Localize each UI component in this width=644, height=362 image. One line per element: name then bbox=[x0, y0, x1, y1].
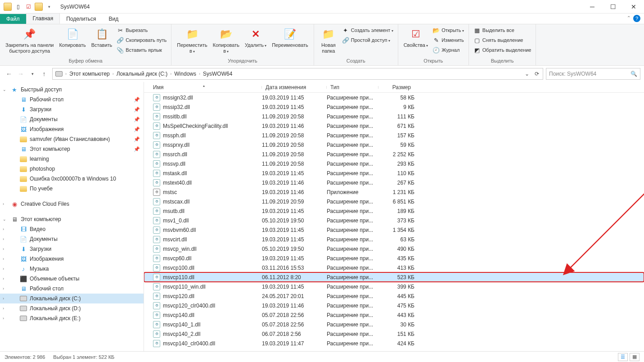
sidebar-item[interactable]: ›🖥Рабочий стол bbox=[0, 284, 144, 294]
sidebar-item[interactable]: ›Локальный диск (D:) bbox=[0, 303, 144, 313]
move-to-button[interactable]: 📁Переместить в bbox=[174, 25, 210, 55]
sidebar-item[interactable]: 🖥Рабочий стол📌 bbox=[0, 95, 144, 104]
file-row[interactable]: ⚙msvcp120_clr0400.dll19.03.2019 11:46Рас… bbox=[144, 301, 644, 310]
file-row[interactable]: ⚙msvcp140_clr0400.dll19.03.2019 11:47Рас… bbox=[144, 339, 644, 348]
sidebar-item[interactable]: photoshop bbox=[0, 164, 144, 174]
navigation-pane[interactable]: ⌄★Быстрый доступ 🖥Рабочий стол📌⬇Загрузки… bbox=[0, 82, 144, 351]
address-bar[interactable]: › Этот компьютер› Локальный диск (C:)› W… bbox=[52, 68, 543, 80]
tab-home[interactable]: Главная bbox=[26, 13, 60, 24]
sidebar-item[interactable]: 🖥Этот компьютер📌 bbox=[0, 144, 144, 154]
file-row[interactable]: ⚙mstsc19.03.2019 11:46Приложение1 231 КБ bbox=[144, 187, 644, 197]
forward-button[interactable]: → bbox=[15, 68, 26, 79]
copy-button[interactable]: 📄Копировать bbox=[56, 25, 88, 50]
sidebar-item[interactable]: samvufer (Иван Станиславович)📌 bbox=[0, 134, 144, 144]
file-row[interactable]: ⚙mstask.dll19.03.2019 11:45Расширение пр… bbox=[144, 168, 644, 178]
new-item-button[interactable]: ✦Создать элемент bbox=[340, 25, 395, 35]
sidebar-item[interactable]: ›🎞Видео bbox=[0, 224, 144, 234]
file-row[interactable]: ⚙mssign32.dll19.03.2019 11:45Расширение … bbox=[144, 93, 644, 102]
breadcrumb-drive-c[interactable]: Локальный диск (C:) bbox=[115, 71, 170, 77]
search-input[interactable]: Поиск: SysWOW64 🔍 bbox=[546, 68, 640, 80]
sidebar-this-pc[interactable]: ⌄🖥Этот компьютер bbox=[0, 214, 144, 224]
file-row[interactable]: ⚙msvcp60.dll19.03.2019 11:45Расширение п… bbox=[144, 253, 644, 263]
up-button[interactable]: ↑ bbox=[39, 68, 50, 79]
file-row[interactable]: ⚙mssrch.dll11.09.2019 20:58Расширение пр… bbox=[144, 149, 644, 159]
close-button[interactable]: ✕ bbox=[623, 0, 644, 14]
history-button[interactable]: 🕘Журнал bbox=[431, 45, 466, 55]
sidebar-item[interactable]: ›Локальный диск (E:) bbox=[0, 313, 144, 323]
sidebar-item[interactable]: 📄Документы📌 bbox=[0, 114, 144, 124]
file-row[interactable]: ⚙msvcp_win.dll05.10.2019 19:50Расширение… bbox=[144, 244, 644, 253]
file-row[interactable]: ⚙msv1_0.dll05.10.2019 19:50Расширение пр… bbox=[144, 216, 644, 225]
paste-shortcut-button[interactable]: 📎Вставить ярлык bbox=[115, 45, 168, 55]
rename-button[interactable]: 📝Переименовать bbox=[269, 25, 311, 50]
sidebar-item[interactable]: ›🖼Изображения bbox=[0, 254, 144, 264]
addr-dropdown-icon[interactable]: ⌄ bbox=[522, 69, 532, 79]
breadcrumb-syswow64[interactable]: SysWOW64 bbox=[201, 71, 234, 77]
sidebar-item[interactable]: learning bbox=[0, 154, 144, 164]
minimize-button[interactable]: ─ bbox=[582, 0, 603, 14]
open-button[interactable]: 📂Открыть bbox=[431, 25, 466, 35]
file-row[interactable]: ⚙msvcp120.dll24.05.2017 20:01Расширение … bbox=[144, 291, 644, 301]
file-row[interactable]: ⚙MsSpellCheckingFacility.dll19.03.2019 1… bbox=[144, 121, 644, 131]
file-row[interactable]: ⚙mssvp.dll11.09.2019 20:58Расширение при… bbox=[144, 159, 644, 168]
file-row[interactable]: ⚙msvcp110_win.dll19.03.2019 11:45Расшире… bbox=[144, 282, 644, 291]
file-row[interactable]: ⚙msvcp100.dll03.11.2016 15:53Расширение … bbox=[144, 263, 644, 272]
sidebar-item[interactable]: ›♪Музыка bbox=[0, 264, 144, 274]
qat-properties-icon[interactable]: ▯ bbox=[13, 2, 23, 12]
tab-view[interactable]: Вид bbox=[102, 14, 125, 24]
sidebar-creative-cloud[interactable]: ›◉Creative Cloud Files bbox=[0, 199, 144, 209]
back-button[interactable]: ← bbox=[4, 68, 14, 79]
view-thumbnails-button[interactable]: ▦ bbox=[630, 353, 639, 361]
file-row[interactable]: ⚙mssitlb.dll11.09.2019 20:58Расширение п… bbox=[144, 112, 644, 121]
file-row[interactable]: ⚙msvcp140_2.dll06.07.2018 2:56Расширение… bbox=[144, 329, 644, 339]
col-name[interactable]: Имя▴ bbox=[144, 84, 262, 90]
file-row[interactable]: ⚙mstscax.dll11.09.2019 20:59Расширение п… bbox=[144, 197, 644, 206]
sidebar-item[interactable]: Ошибка 0xc000007b в Windows 10 bbox=[0, 174, 144, 184]
cut-button[interactable]: ✂Вырезать bbox=[115, 25, 168, 35]
copy-path-button[interactable]: 🔗Скопировать путь bbox=[115, 35, 168, 45]
edit-button[interactable]: ✎Изменить bbox=[431, 35, 466, 45]
file-row[interactable]: ⚙msvbvm60.dll19.03.2019 11:45Расширение … bbox=[144, 225, 644, 235]
help-icon[interactable]: ? bbox=[633, 15, 640, 22]
copy-to-button[interactable]: 📂Копировать в bbox=[210, 25, 242, 55]
maximize-button[interactable]: ☐ bbox=[603, 0, 623, 14]
select-all-button[interactable]: ▦Выделить все bbox=[472, 25, 533, 35]
sidebar-item[interactable]: ›⬛Объемные объекты bbox=[0, 274, 144, 284]
breadcrumb-windows[interactable]: Windows bbox=[172, 71, 198, 77]
sidebar-item[interactable]: 🖼Изображения📌 bbox=[0, 124, 144, 134]
paste-button[interactable]: 📋Вставить bbox=[89, 25, 115, 50]
qat-check-icon[interactable]: ☑ bbox=[23, 2, 33, 12]
sidebar-item[interactable]: ›📄Документы bbox=[0, 234, 144, 244]
file-row[interactable]: ⚙msvcirt.dll19.03.2019 11:45Расширение п… bbox=[144, 235, 644, 244]
file-row[interactable]: ⚙mstext40.dll19.03.2019 11:46Расширение … bbox=[144, 178, 644, 187]
refresh-button[interactable]: ⟳ bbox=[532, 69, 542, 79]
tab-file[interactable]: Файл bbox=[0, 14, 26, 24]
select-invert-button[interactable]: ◩Обратить выделение bbox=[472, 45, 533, 55]
breadcrumb-thispc[interactable]: Этот компьютер bbox=[68, 71, 112, 77]
easy-access-button[interactable]: 🔗Простой доступ bbox=[340, 35, 395, 45]
file-row[interactable]: ⚙msvcp110.dll06.11.2012 8:20Расширение п… bbox=[144, 272, 644, 282]
properties-button[interactable]: ☑Свойства bbox=[401, 25, 431, 50]
pin-quickaccess-button[interactable]: 📌Закрепить на панели быстрого доступа bbox=[3, 25, 56, 55]
view-details-button[interactable]: ☰ bbox=[618, 353, 628, 361]
col-type[interactable]: Тип bbox=[327, 84, 378, 90]
file-row[interactable]: ⚙mssprxy.dll11.09.2019 20:58Расширение п… bbox=[144, 140, 644, 149]
file-row[interactable]: ⚙mssip32.dll19.03.2019 11:45Расширение п… bbox=[144, 102, 644, 112]
col-size[interactable]: Размер bbox=[378, 84, 414, 90]
sidebar-item[interactable]: ›⬇Загрузки bbox=[0, 244, 144, 254]
sidebar-item[interactable]: ⬇Загрузки📌 bbox=[0, 104, 144, 114]
file-row[interactable]: ⚙mssph.dll11.09.2019 20:58Расширение при… bbox=[144, 131, 644, 140]
col-date[interactable]: Дата изменения bbox=[262, 84, 327, 90]
sidebar-quick-access[interactable]: ⌄★Быстрый доступ bbox=[0, 85, 144, 95]
file-row[interactable]: ⚙msutb.dll19.03.2019 11:45Расширение при… bbox=[144, 206, 644, 216]
delete-button[interactable]: ✕Удалить bbox=[242, 25, 269, 50]
recent-dropdown-icon[interactable]: ▾ bbox=[27, 68, 38, 79]
qat-dropdown-icon[interactable]: ▾ bbox=[44, 2, 54, 12]
tab-share[interactable]: Поделиться bbox=[60, 14, 102, 24]
collapse-ribbon-icon[interactable]: ⌃ bbox=[627, 15, 630, 20]
sidebar-item[interactable]: ›Локальный диск (C:) bbox=[0, 294, 144, 303]
file-row[interactable]: ⚙msvcp140.dll05.07.2018 22:56Расширение … bbox=[144, 310, 644, 320]
sidebar-item[interactable]: По учебе bbox=[0, 184, 144, 194]
new-folder-button[interactable]: 📁Новая папка bbox=[317, 25, 340, 55]
select-none-button[interactable]: ▢Снять выделение bbox=[472, 35, 533, 45]
